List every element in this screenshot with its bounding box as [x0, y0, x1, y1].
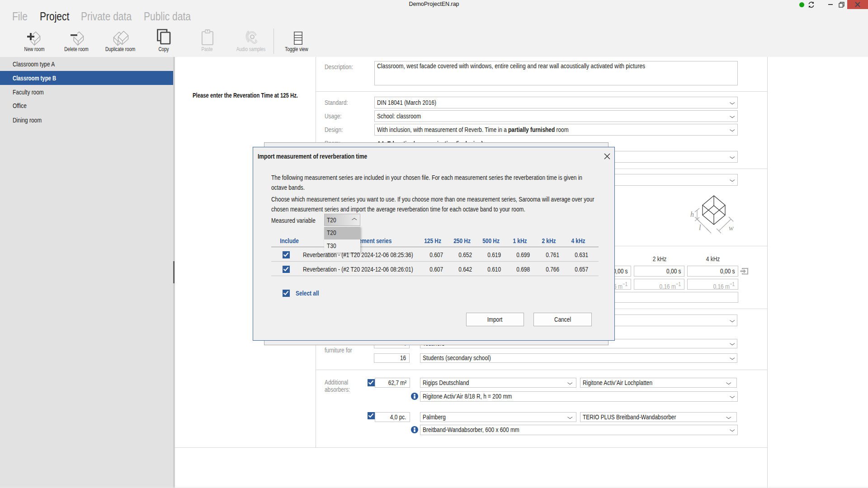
- svg-text:w: w: [729, 224, 734, 232]
- svg-text:l: l: [699, 224, 701, 231]
- svg-text:h: h: [690, 211, 694, 218]
